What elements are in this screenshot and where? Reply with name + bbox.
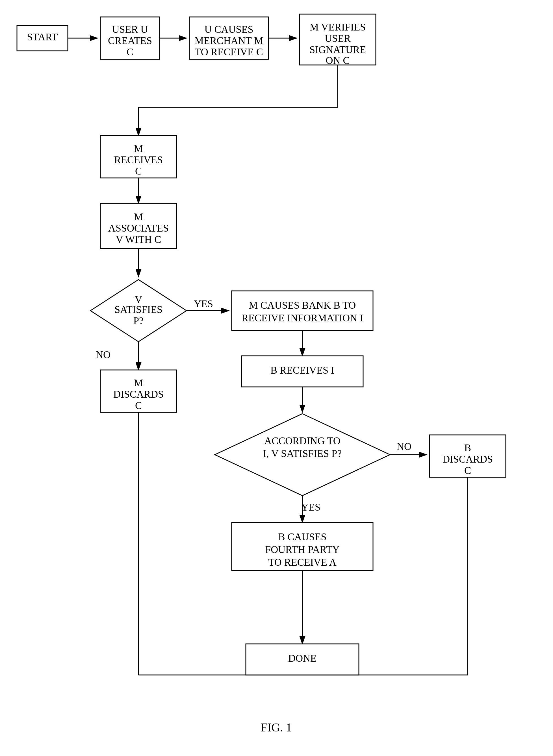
done-label: DONE: [288, 653, 316, 664]
m-verifies-line1: M VERIFIES: [310, 21, 366, 33]
m-verifies-line2: USER: [325, 33, 351, 44]
figure-label: FIG. 1: [261, 721, 292, 734]
start-label: START: [27, 31, 58, 42]
m-causes-bank-line1: M CAUSES BANK B TO: [249, 300, 356, 311]
v-satisfies-line2: SATISFIES: [114, 304, 162, 315]
m-causes-bank-line2: RECEIVE INFORMATION I: [242, 312, 363, 323]
yes2-label: YES: [301, 501, 320, 513]
m-receives-line2: RECEIVES: [114, 154, 163, 166]
diagram-container: START USER U CREATES C U CAUSES MERCHANT…: [0, 0, 553, 756]
v-satisfies-line1: V: [135, 294, 142, 305]
m-receives-line1: M: [134, 143, 143, 154]
b-discards-line3: C: [464, 465, 471, 476]
b-causes-line1: B CAUSES: [278, 531, 326, 543]
m-discards-line1: M: [134, 377, 143, 389]
user-creates-line1: USER U: [112, 24, 148, 35]
m-receives-line3: C: [135, 166, 142, 177]
m-associates-line1: M: [134, 211, 143, 222]
u-causes-merchant-line2: MERCHANT M: [195, 35, 263, 46]
according-to-line1: ACCORDING TO: [264, 435, 340, 447]
m-associates-line3: V WITH C: [116, 234, 161, 245]
m-verifies-line3: SIGNATURE: [309, 44, 366, 55]
no2-label: NO: [397, 441, 411, 452]
m-discards-line3: C: [135, 400, 142, 411]
according-to-line2: I, V SATISFIES P?: [263, 448, 342, 459]
b-causes-line2: FOURTH PARTY: [265, 544, 339, 555]
v-satisfies-line3: P?: [133, 315, 144, 326]
b-discards-line2: DISCARDS: [443, 454, 493, 465]
u-causes-merchant-line1: U CAUSES: [204, 24, 253, 35]
b-receives-label: B RECEIVES I: [270, 365, 334, 376]
yes-label: YES: [194, 298, 213, 309]
m-discards-line2: DISCARDS: [113, 389, 164, 400]
b-causes-line3: TO RECEIVE A: [268, 557, 336, 568]
no-label: NO: [96, 349, 110, 360]
line-mverifies-to-mreceives: [139, 65, 338, 135]
b-discards-line1: B: [464, 442, 471, 454]
user-creates-line2: CREATES: [108, 35, 152, 46]
user-creates-line3: C: [127, 46, 133, 58]
u-causes-merchant-line3: TO RECEIVE C: [195, 46, 263, 58]
m-verifies-line4: ON C: [325, 55, 349, 66]
m-associates-line2: ASSOCIATES: [108, 222, 169, 234]
